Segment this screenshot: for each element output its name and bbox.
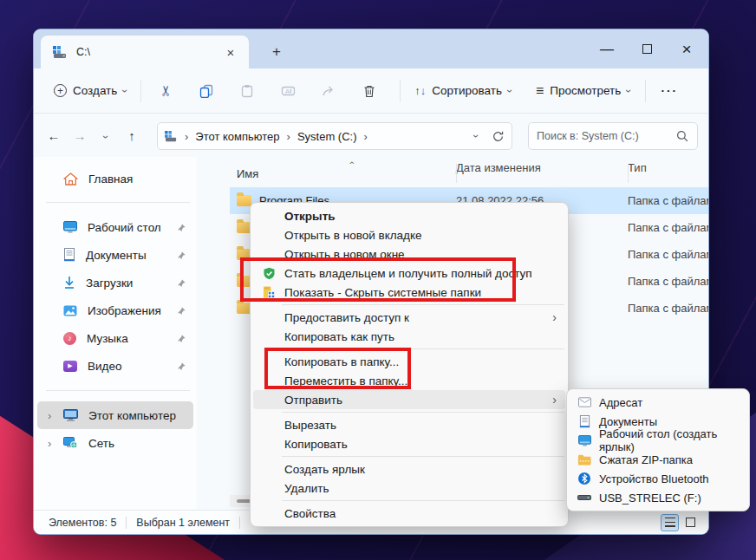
menu-item-label: Копировать xyxy=(284,438,348,451)
menu-item-delete[interactable]: Удалить xyxy=(253,479,565,498)
copy-button[interactable] xyxy=(192,78,221,104)
minimize-button[interactable]: — xyxy=(587,29,627,68)
sidebar-item-label: Видео xyxy=(88,360,177,373)
maximize-button[interactable] xyxy=(627,29,667,68)
address-bar[interactable]: › Этот компьютер › System (C:) › › xyxy=(157,122,512,150)
more-options-button[interactable]: ··· xyxy=(652,78,687,103)
forward-button[interactable]: → xyxy=(67,128,93,143)
breadcrumb-this-pc[interactable]: Этот компьютер xyxy=(195,130,279,143)
copy-icon xyxy=(199,84,213,98)
search-icon xyxy=(676,130,689,143)
close-button[interactable]: × xyxy=(667,29,707,68)
view-button[interactable]: ≡ Просмотреть › xyxy=(528,77,638,105)
menu-item-give-access[interactable]: Предоставить доступ к› xyxy=(253,308,565,327)
menu-item-move-to-folder[interactable]: Переместить в папку... xyxy=(253,371,565,390)
history-dropdown-button[interactable]: › xyxy=(93,128,119,143)
sidebar-item-music[interactable]: ♪ Музыка xyxy=(37,324,193,352)
desktop-icon xyxy=(63,221,77,233)
tab-strip: C:\ × + — × xyxy=(34,29,708,68)
menu-item-cut[interactable]: Вырезать xyxy=(253,415,565,434)
tab-c-drive[interactable]: C:\ × xyxy=(41,36,249,68)
submenu-item-bluetooth-device[interactable]: Устройство Bluetooth xyxy=(570,469,746,488)
menu-item-copy-to-folder[interactable]: Копировать в папку... xyxy=(253,352,565,371)
sidebar-item-desktop[interactable]: Рабочий стол xyxy=(37,213,193,241)
menu-item-open-new-window[interactable]: Открыть в новом окне xyxy=(253,244,565,264)
menu-item-copy-as-path[interactable]: Копировать как путь xyxy=(253,327,565,346)
expand-chevron-icon[interactable]: › xyxy=(48,437,51,450)
toolbar-separator xyxy=(140,80,141,102)
menu-item-create-shortcut[interactable]: Создать ярлык xyxy=(253,459,565,479)
file-type: Папка с файлами xyxy=(628,248,709,261)
back-button[interactable]: ← xyxy=(41,128,67,143)
close-icon: × xyxy=(681,40,691,59)
share-button[interactable] xyxy=(314,78,343,104)
breadcrumb-system-c[interactable]: System (C:) xyxy=(297,130,357,143)
sidebar-item-documents[interactable]: Документы xyxy=(37,241,193,269)
sidebar-item-videos[interactable]: ▶ Видео xyxy=(37,352,193,380)
menu-item-send-to[interactable]: Отправить› xyxy=(253,390,565,409)
file-type: Папка с файлами xyxy=(628,302,709,315)
tab-close-icon[interactable]: × xyxy=(221,42,240,62)
sidebar-item-label: Главная xyxy=(88,173,186,186)
item-count: Элементов: 5 xyxy=(49,517,116,529)
sidebar-item-network[interactable]: › Сеть xyxy=(37,429,193,457)
refresh-icon[interactable] xyxy=(492,130,505,143)
large-icons-view-button[interactable] xyxy=(681,514,700,531)
chevron-down-icon: › xyxy=(622,89,635,93)
details-view-button[interactable] xyxy=(661,514,679,531)
sidebar-item-this-pc[interactable]: › Этот компьютер xyxy=(37,401,193,429)
menu-separator xyxy=(282,456,564,457)
submenu-item-usb-drive[interactable]: USB_STRELEC (F:) xyxy=(570,488,746,507)
list-header: Имя › Дата изменения Тип xyxy=(230,161,709,186)
sidebar-item-label: Музыка xyxy=(87,332,177,345)
new-tab-button[interactable]: + xyxy=(264,40,289,64)
menu-item-label: Документы xyxy=(599,415,657,428)
breadcrumb-separator: › xyxy=(287,130,290,143)
ellipsis-icon: ··· xyxy=(662,84,679,97)
status-separator xyxy=(126,517,127,529)
menu-item-show-hide-system-folders[interactable]: Показать - Скрыть системные папки xyxy=(253,283,565,302)
search-box[interactable] xyxy=(528,122,698,150)
desktop-icon xyxy=(578,435,591,446)
rename-button[interactable]: A xyxy=(273,78,303,104)
menu-item-open[interactable]: Открыть xyxy=(253,206,565,225)
system-folders-icon xyxy=(263,285,276,299)
column-separator[interactable] xyxy=(456,164,457,183)
drive-icon xyxy=(165,131,178,142)
up-button[interactable]: ↑ xyxy=(119,128,145,143)
pictures-icon xyxy=(63,305,77,316)
menu-item-label: Предоставить доступ к xyxy=(284,311,409,324)
submenu-item-zip-folder[interactable]: Сжатая ZIP-папка xyxy=(570,450,746,469)
zip-folder-icon xyxy=(577,454,591,466)
sort-button[interactable]: ↑↓ Сортировать › xyxy=(407,78,519,103)
status-separator xyxy=(239,517,240,529)
column-header-name[interactable]: Имя › xyxy=(230,161,456,186)
submenu-item-desktop-shortcut[interactable]: Рабочий стол (создать ярлык) xyxy=(570,431,746,450)
address-dropdown-icon[interactable]: › xyxy=(470,134,482,138)
column-header-type[interactable]: Тип xyxy=(628,161,709,186)
menu-item-label: Вырезать xyxy=(284,419,336,432)
sidebar-item-downloads[interactable]: Загрузки xyxy=(37,269,193,296)
delete-button[interactable] xyxy=(355,78,384,104)
menu-item-copy[interactable]: Копировать xyxy=(253,434,565,453)
file-type: Папка с файлами xyxy=(628,275,709,288)
sidebar-item-pictures[interactable]: Изображения xyxy=(37,296,193,324)
menu-item-properties[interactable]: Свойства xyxy=(253,504,565,523)
sort-ascending-icon: › xyxy=(346,161,356,165)
sort-button-label: Сортировать xyxy=(432,84,502,97)
menu-item-open-new-tab[interactable]: Открыть в новой вкладке xyxy=(253,225,565,244)
search-input[interactable] xyxy=(537,130,676,142)
cut-button[interactable]: ✂ xyxy=(151,76,180,105)
menu-item-label: Адресат xyxy=(599,396,642,409)
menu-item-take-ownership[interactable]: Стать владельцем и получить полный досту… xyxy=(253,264,565,283)
chevron-down-icon: › xyxy=(504,89,516,93)
new-button[interactable]: + Создать › xyxy=(46,78,134,103)
minimize-icon: — xyxy=(600,42,614,57)
column-separator[interactable] xyxy=(628,164,629,183)
paste-button[interactable] xyxy=(232,78,262,104)
expand-chevron-icon[interactable]: › xyxy=(48,409,51,422)
menu-item-label: Удалить xyxy=(284,482,329,495)
submenu-item-mail-recipient[interactable]: Адресат xyxy=(570,393,746,412)
column-header-date[interactable]: Дата изменения xyxy=(456,161,628,186)
sidebar-item-home[interactable]: Главная xyxy=(37,166,193,192)
